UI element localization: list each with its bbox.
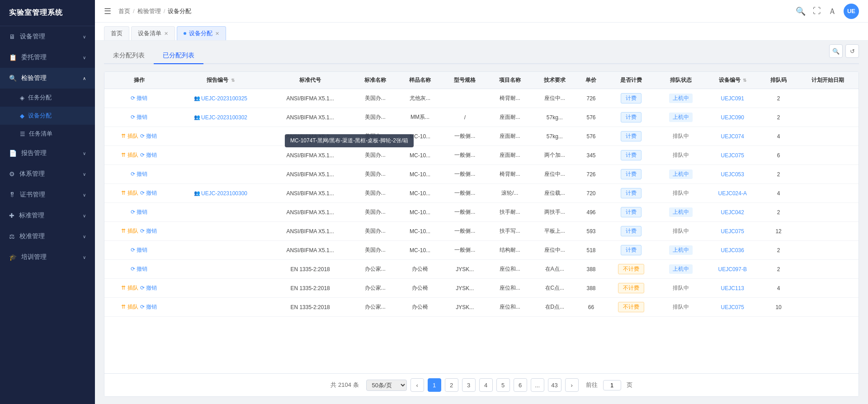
cancel-button[interactable]: ⟳ 撤销 bbox=[140, 284, 157, 292]
sidebar-item-report-mgmt[interactable]: 📄 报告管理 ∨ bbox=[0, 143, 95, 164]
device-no-link[interactable]: UEJC113 bbox=[721, 285, 744, 291]
tab-device-list-close[interactable]: ✕ bbox=[164, 31, 168, 37]
page-5-button[interactable]: 5 bbox=[496, 378, 510, 392]
col-plan-start-date: 计划开始日期 bbox=[797, 72, 859, 89]
breadcrumb-inspect[interactable]: 检验管理 bbox=[137, 7, 161, 15]
device-no-link[interactable]: UEJC097-B bbox=[718, 266, 747, 272]
device-no-link[interactable]: UEJC053 bbox=[721, 171, 744, 178]
cell-model-spec: 一般侧... bbox=[443, 222, 487, 241]
fullscreen-icon[interactable]: ⛶ bbox=[813, 6, 821, 16]
goto-input[interactable] bbox=[603, 380, 621, 390]
sidebar-item-cert-mgmt[interactable]: 🎖 证书管理 ∨ bbox=[0, 184, 95, 205]
tab-bar: 首页 设备清单 ✕ 设备分配 ✕ bbox=[95, 23, 868, 41]
device-no-link[interactable]: UEJC075 bbox=[721, 228, 744, 235]
device-no-link[interactable]: UEJC036 bbox=[721, 247, 744, 254]
cancel-button[interactable]: ⟳ 撤销 bbox=[140, 189, 157, 197]
cancel-button[interactable]: ⟳ 撤销 bbox=[140, 227, 157, 235]
next-page-button[interactable]: › bbox=[565, 378, 579, 392]
task-assign-icon: ◈ bbox=[20, 94, 24, 101]
cancel-button[interactable]: ⟳ 撤销 bbox=[140, 132, 157, 140]
sidebar-item-train-mgmt[interactable]: 🎓 培训管理 ∨ bbox=[0, 247, 95, 268]
sub-tab-assigned[interactable]: 已分配列表 bbox=[154, 48, 203, 64]
sidebar-sub-item-task-assign[interactable]: ◈ 任务分配 bbox=[0, 89, 95, 107]
breadcrumb-home[interactable]: 首页 bbox=[118, 7, 130, 15]
table-scroll-area[interactable]: MC-1074T-黑网/黑布-渠道-黑框-桌板-脚轮-2张/箱 操作 报告编号 … bbox=[104, 72, 859, 373]
cell-device-no: UEJC097-B bbox=[705, 260, 760, 279]
sidebar-item-label: 标准管理 bbox=[19, 211, 44, 220]
report-no-link[interactable]: 👥 UEJC-2023100325 bbox=[177, 95, 264, 102]
cell-sample-name: MC-10... bbox=[397, 184, 442, 203]
insert-queue-button[interactable]: ⇈ 插队 bbox=[121, 132, 138, 140]
sidebar-item-label: 检验管理 bbox=[21, 74, 47, 82]
refresh-button[interactable]: ↺ bbox=[845, 44, 859, 58]
device-no-link[interactable]: UEJC075 bbox=[721, 304, 744, 310]
cancel-button[interactable]: ⟳ 撤销 bbox=[131, 246, 147, 254]
cancel-button[interactable]: ⟳ 撤销 bbox=[140, 151, 157, 159]
device-no-link[interactable]: UEJC074 bbox=[721, 133, 744, 140]
cancel-button[interactable]: ⟳ 撤销 bbox=[131, 265, 147, 273]
train-mgmt-icon: 🎓 bbox=[9, 254, 17, 261]
page-6-button[interactable]: 6 bbox=[514, 378, 527, 392]
cancel-button[interactable]: ⟳ 撤销 bbox=[131, 170, 147, 178]
insert-queue-button[interactable]: ⇈ 插队 bbox=[121, 284, 138, 292]
cell-device-no: UEJC036 bbox=[705, 241, 760, 260]
cell-std-name: 美国办... bbox=[353, 241, 397, 260]
device-mgmt-icon: 🖥 bbox=[9, 33, 15, 40]
device-no-link[interactable]: UEJC075 bbox=[721, 152, 744, 159]
cancel-button[interactable]: ⟳ 撤销 bbox=[131, 113, 147, 121]
sidebar-item-label: 体系管理 bbox=[19, 170, 45, 178]
charged-badge: 计费 bbox=[621, 188, 642, 198]
cell-action: ⟳ 撤销 bbox=[104, 203, 174, 222]
cell-action: ⟳ 撤销 bbox=[104, 241, 174, 260]
breadcrumb-current: 设备分配 bbox=[168, 7, 191, 15]
insert-queue-button[interactable]: ⇈ 插队 bbox=[121, 227, 138, 235]
tab-device-list[interactable]: 设备清单 ✕ bbox=[131, 26, 175, 40]
sidebar-item-cal-mgmt[interactable]: ⚖ 校准管理 ∨ bbox=[0, 226, 95, 247]
device-no-link[interactable]: UEJC042 bbox=[721, 209, 744, 216]
insert-queue-button[interactable]: ⇈ 插队 bbox=[121, 151, 138, 159]
tab-device-assign-close[interactable]: ✕ bbox=[215, 31, 219, 37]
sidebar-item-std-mgmt[interactable]: ✚ 标准管理 ∨ bbox=[0, 205, 95, 226]
insert-queue-button[interactable]: ⇈ 插队 bbox=[121, 189, 138, 197]
page-2-button[interactable]: 2 bbox=[445, 378, 458, 392]
sidebar-sub-item-device-assign[interactable]: ◆ 设备分配 bbox=[0, 107, 95, 125]
cancel-button[interactable]: ⟳ 撤销 bbox=[140, 303, 157, 311]
cancel-button[interactable]: ⟳ 撤销 bbox=[131, 208, 147, 216]
sidebar-item-system-mgmt[interactable]: ⚙ 体系管理 ∨ bbox=[0, 164, 95, 184]
device-no-link[interactable]: UEJC024-A bbox=[718, 190, 747, 197]
cell-device-no: UEJC074 bbox=[705, 127, 760, 146]
sidebar-item-delegate-mgmt[interactable]: 📋 委托管理 ∨ bbox=[0, 47, 95, 68]
hamburger-icon[interactable]: ☰ bbox=[104, 6, 111, 16]
sidebar-item-device-mgmt[interactable]: 🖥 设备管理 ∨ bbox=[0, 26, 95, 47]
system-mgmt-icon: ⚙ bbox=[9, 170, 15, 178]
device-no-link[interactable]: UEJC090 bbox=[721, 114, 744, 121]
tab-home[interactable]: 首页 bbox=[104, 26, 129, 40]
cell-std-name: 美国办... bbox=[353, 146, 397, 165]
search-icon[interactable]: 🔍 bbox=[796, 6, 806, 16]
avatar[interactable]: UE bbox=[844, 4, 859, 19]
sidebar-item-inspect-mgmt[interactable]: 🔍 检验管理 ∧ bbox=[0, 68, 95, 89]
search-button[interactable]: 🔍 bbox=[829, 44, 843, 58]
report-no-link[interactable]: 👥 UEJC-2023100300 bbox=[177, 190, 264, 197]
cell-sample-name: MC-10... bbox=[397, 222, 442, 241]
queue-status-badge: 排队中 bbox=[669, 283, 693, 293]
std-mgmt-icon: ✚ bbox=[9, 212, 14, 219]
cancel-button[interactable]: ⟳ 撤销 bbox=[131, 94, 147, 102]
device-no-link[interactable]: UEJC091 bbox=[721, 95, 744, 102]
page-size-select[interactable]: 50条/页 20条/页 100条/页 bbox=[366, 380, 407, 391]
cert-mgmt-icon: 🎖 bbox=[9, 191, 15, 198]
page-1-button[interactable]: 1 bbox=[428, 378, 441, 392]
insert-queue-button[interactable]: ⇈ 插队 bbox=[121, 303, 138, 311]
cell-std-code: ANSI/BIFMA X5.1... bbox=[268, 222, 353, 241]
font-size-icon[interactable]: Ａ bbox=[828, 6, 836, 17]
page-4-button[interactable]: 4 bbox=[479, 378, 493, 392]
page-3-button[interactable]: 3 bbox=[462, 378, 476, 392]
report-no-link[interactable]: 👥 UEJC-2023100302 bbox=[177, 114, 264, 121]
table-header-row: 操作 报告编号 ⇅ 标准代号 标准名称 样品名称 型号规格 项目名称 技术要求 … bbox=[104, 72, 859, 89]
sub-tab-unassigned[interactable]: 未分配列表 bbox=[104, 48, 154, 64]
cell-queue-no: 10 bbox=[760, 298, 797, 317]
prev-page-button[interactable]: ‹ bbox=[410, 378, 424, 392]
sidebar-sub-item-task-list[interactable]: ☰ 任务清单 bbox=[0, 125, 95, 143]
tab-device-assign[interactable]: 设备分配 ✕ bbox=[177, 26, 226, 40]
page-43-button[interactable]: 43 bbox=[548, 378, 561, 392]
